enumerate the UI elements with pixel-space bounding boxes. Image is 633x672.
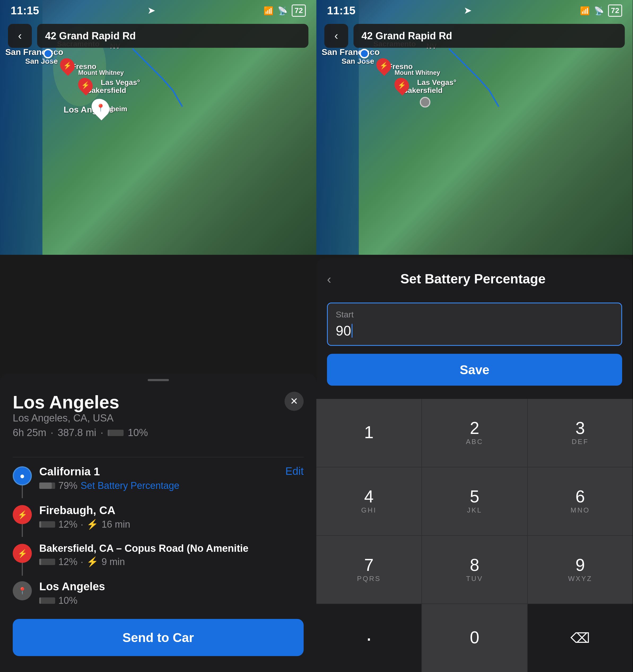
input-label: Start xyxy=(336,310,613,319)
key-dot[interactable]: · xyxy=(316,604,422,672)
key-5-num: 5 xyxy=(470,488,479,505)
stop-charge-time-2: 16 min xyxy=(102,519,130,530)
key-9[interactable]: 9 WXYZ xyxy=(528,536,633,604)
charging-pin-r-1: ⚡ xyxy=(377,58,390,73)
distance: 387.8 mi xyxy=(57,427,96,438)
key-1-num: 1 xyxy=(364,424,374,441)
key-6[interactable]: 6 MNO xyxy=(528,467,633,535)
back-button-left[interactable]: ‹ xyxy=(8,24,32,48)
key-7-num: 7 xyxy=(364,556,374,574)
key-7[interactable]: 7 PQRS xyxy=(316,536,422,604)
stop-batt-pct-2: 12% xyxy=(58,519,77,530)
divider-1 xyxy=(13,457,304,457)
key-3[interactable]: 3 DEF xyxy=(528,399,633,467)
stop-content-california1: California 1 79% Set Battery Percentage xyxy=(39,465,278,491)
battery-back-button[interactable]: ‹ xyxy=(327,272,331,286)
stop-connector-2 xyxy=(22,524,23,537)
key-1[interactable]: 1 xyxy=(316,399,422,467)
destination-subtitle: Los Angeles, CA, USA xyxy=(13,412,148,424)
edit-button-1[interactable]: Edit xyxy=(285,465,304,477)
input-value: 90 xyxy=(336,323,613,339)
input-number: 90 xyxy=(336,323,351,339)
stop-content-la: Los Angeles 10% xyxy=(39,580,304,606)
key-2-num: 2 xyxy=(470,419,479,437)
key-8-num: 8 xyxy=(470,556,479,574)
back-button-right[interactable]: ‹ xyxy=(324,24,348,48)
location-icon-left: ➤ xyxy=(148,5,155,16)
key-5[interactable]: 5 JKL xyxy=(422,467,527,535)
stop-connector-3 xyxy=(22,563,23,576)
battery-sheet-header: ‹ Set Battery Percentage xyxy=(316,258,633,295)
key-2-sub: ABC xyxy=(466,438,483,446)
address-bar-left[interactable]: 42 Grand Rapid Rd xyxy=(37,24,308,48)
meta-dot: · xyxy=(51,427,54,438)
send-to-car-button[interactable]: Send to Car xyxy=(13,619,304,656)
destination-pin: 📍 xyxy=(92,98,109,117)
close-button[interactable]: ✕ xyxy=(284,392,304,411)
destination-meta: 6h 25m · 387.8 mi · 10% xyxy=(13,427,148,438)
stop-item-bakersfield: ⚡ Bakersfield, CA – Copus Road (No Ameni… xyxy=(13,543,304,568)
stop-batt-bar-3 xyxy=(39,559,55,565)
dest-battery-pct: 10% xyxy=(128,427,148,438)
address-text-left: 42 Grand Rapid Rd xyxy=(45,30,136,42)
stop-content-firebaugh: Firebaugh, CA 12% · ⚡ 16 min xyxy=(39,504,304,530)
stop-detail-la: 10% xyxy=(39,595,304,606)
stop-detail-bakersfield: 12% · ⚡ 9 min xyxy=(39,556,304,568)
gray-dot-pin xyxy=(420,97,430,107)
key-7-sub: PQRS xyxy=(357,575,381,583)
key-0-num: 0 xyxy=(470,629,479,646)
time-right: 11:15 xyxy=(327,4,355,17)
battery-title: Set Battery Percentage xyxy=(336,271,609,287)
stop-item-firebaugh: ⚡ Firebaugh, CA 12% · ⚡ 16 min xyxy=(13,504,304,530)
signal-icon-right: 📶 xyxy=(580,6,590,16)
battery-right: 72 xyxy=(608,4,622,17)
battery-sheet: ‹ Set Battery Percentage Start 90 Save 1 xyxy=(316,258,633,672)
stop-icon-california1: ● xyxy=(13,466,32,485)
key-3-num: 3 xyxy=(576,419,585,437)
send-to-car-label: Send to Car xyxy=(123,630,194,645)
status-bar-right: 11:15 ➤ 📶 📡 72 xyxy=(316,0,633,21)
charging-pin-r-2: ⚡ xyxy=(395,77,409,93)
right-panel: Sacramento San Francisco San Jose Fresno… xyxy=(316,0,633,672)
stop-detail-california1: 79% Set Battery Percentage xyxy=(39,480,278,491)
stop-charge-time-3: 9 min xyxy=(102,556,125,568)
meta-dot2: · xyxy=(101,427,103,438)
key-6-sub: MNO xyxy=(571,506,590,514)
stop-batt-bar-4 xyxy=(39,597,55,604)
stop-name-california1: California 1 xyxy=(39,465,278,478)
battery-left: 72 xyxy=(292,4,306,17)
save-label: Save xyxy=(460,363,489,377)
key-8[interactable]: 8 TUV xyxy=(422,536,527,604)
battery-input-container[interactable]: Start 90 xyxy=(327,303,622,346)
stop-item-california1: ● California 1 79% Set Battery Percentag… xyxy=(13,465,304,491)
key-2[interactable]: 2 ABC xyxy=(422,399,527,467)
stop-name-firebaugh: Firebaugh, CA xyxy=(39,504,304,517)
stop-batt-bar-1 xyxy=(39,482,55,489)
key-0[interactable]: 0 xyxy=(422,604,527,672)
stop-content-bakersfield: Bakersfield, CA – Copus Road (No Ameniti… xyxy=(39,543,304,568)
key-dot-sym: · xyxy=(366,633,372,643)
location-icon-right: ➤ xyxy=(464,5,471,16)
key-6-num: 6 xyxy=(576,488,585,505)
address-bar-right[interactable]: 42 Grand Rapid Rd xyxy=(354,24,625,48)
time-left: 11:15 xyxy=(10,4,39,17)
wifi-icon-left: 📡 xyxy=(278,6,287,16)
save-button[interactable]: Save xyxy=(327,354,622,386)
stop-name-bakersfield: Bakersfield, CA – Copus Road (No Ameniti… xyxy=(39,543,304,554)
back-icon-right: ‹ xyxy=(334,29,338,42)
stop-charge-icon-bolt-2: ⚡ xyxy=(86,519,98,530)
key-9-num: 9 xyxy=(576,556,585,574)
set-battery-link[interactable]: Set Battery Percentage xyxy=(81,480,179,491)
status-icons-right: 📶 📡 72 xyxy=(580,4,622,17)
key-backspace[interactable]: ⌫ xyxy=(528,604,633,672)
status-icons-left: 📶 📡 72 xyxy=(263,4,306,17)
stop-batt-pct-4: 10% xyxy=(58,595,77,606)
stop-detail-firebaugh: 12% · ⚡ 16 min xyxy=(39,519,304,530)
wifi-icon-right: 📡 xyxy=(594,6,604,16)
key-4[interactable]: 4 GHI xyxy=(316,467,422,535)
left-panel: Sacramento San Francisco San Jose Fresno… xyxy=(0,0,316,672)
backspace-icon: ⌫ xyxy=(571,630,590,646)
numpad: 1 2 ABC 3 DEF 4 GHI 5 JKL 6 MNO xyxy=(316,399,633,672)
key-4-sub: GHI xyxy=(361,506,377,514)
key-3-sub: DEF xyxy=(572,438,589,446)
